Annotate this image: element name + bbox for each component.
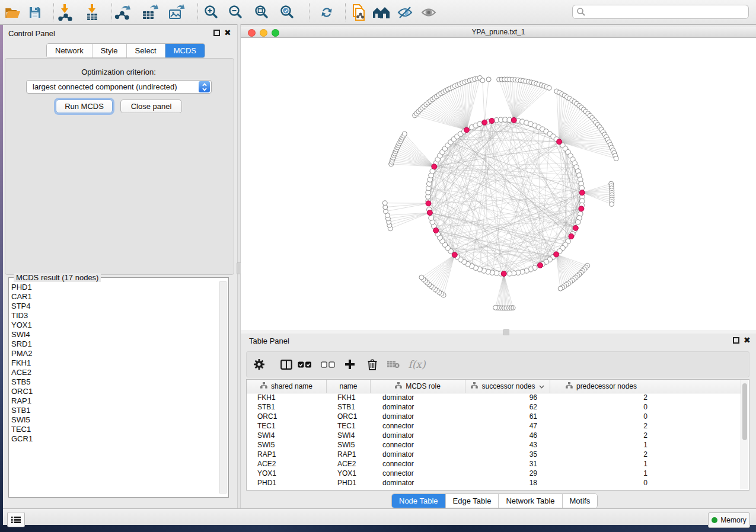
- mcds-result-item[interactable]: STB5: [11, 377, 218, 387]
- graph-node[interactable]: [614, 156, 618, 161]
- table-cell[interactable]: connector: [371, 441, 465, 449]
- control-panel-float-icon[interactable]: [213, 30, 220, 36]
- table-panel-close-icon[interactable]: ✖: [744, 337, 751, 344]
- table-cell[interactable]: connector: [371, 469, 465, 477]
- mcds-result-item[interactable]: YOX1: [11, 321, 218, 330]
- tab-mcds[interactable]: MCDS: [165, 44, 205, 57]
- horizontal-splitter[interactable]: [241, 330, 756, 334]
- table-cell[interactable]: 0: [550, 403, 652, 411]
- tab-edge-table[interactable]: Edge Table: [446, 494, 499, 508]
- search-field[interactable]: [572, 5, 749, 19]
- graph-node[interactable]: [419, 275, 424, 280]
- select-all-checks-icon[interactable]: [297, 355, 312, 373]
- tab-node-table[interactable]: Node Table: [392, 494, 446, 508]
- table-cell[interactable]: 0: [550, 412, 652, 421]
- mcds-result-list[interactable]: PHD1CAR1STP4TID3YOX1SWI4SRD1PMA2FKH1ACE2…: [11, 283, 218, 493]
- criterion-select[interactable]: largest connected component (undirected): [26, 80, 212, 94]
- table-cell[interactable]: YOX1: [327, 469, 371, 477]
- table-cell[interactable]: 2: [550, 393, 652, 402]
- column-settings-gear-icon[interactable]: [252, 355, 266, 373]
- table-cell[interactable]: 2: [550, 431, 652, 440]
- table-cell[interactable]: 35: [465, 450, 550, 459]
- mcds-result-item[interactable]: SRD1: [11, 339, 218, 349]
- graph-node[interactable]: [482, 120, 487, 125]
- table-row[interactable]: STB1STB1dominator620: [247, 402, 742, 412]
- table-cell[interactable]: 0: [550, 479, 652, 487]
- table-cell[interactable]: SWI4: [327, 431, 371, 440]
- column-header-name[interactable]: name: [327, 380, 371, 393]
- table-cell[interactable]: ACE2: [247, 460, 327, 468]
- mcds-result-item[interactable]: CAR1: [11, 292, 218, 302]
- refresh-layout-icon[interactable]: [318, 4, 336, 21]
- show-columns-icon[interactable]: [279, 355, 294, 373]
- tab-network-table[interactable]: Network Table: [499, 494, 562, 508]
- table-cell[interactable]: PHD1: [327, 479, 371, 487]
- graph-node[interactable]: [507, 271, 512, 276]
- export-image-icon[interactable]: [168, 4, 186, 21]
- memory-button[interactable]: Memory: [708, 512, 750, 528]
- table-cell[interactable]: SWI5: [327, 441, 371, 449]
- table-scrollbar-thumb[interactable]: [742, 383, 747, 440]
- graph-node[interactable]: [489, 118, 495, 123]
- table-cell[interactable]: ACE2: [327, 460, 371, 468]
- mcds-result-item[interactable]: TID3: [11, 311, 218, 321]
- hide-details-icon[interactable]: [396, 4, 414, 21]
- table-cell[interactable]: 1: [550, 469, 652, 477]
- column-header-shared-name[interactable]: shared name: [247, 380, 327, 393]
- graph-node[interactable]: [477, 121, 483, 127]
- graph-node[interactable]: [452, 252, 457, 258]
- export-table-icon[interactable]: [141, 4, 159, 21]
- table-cell[interactable]: dominator: [371, 479, 465, 487]
- table-cell[interactable]: 47: [465, 422, 550, 430]
- table-cell[interactable]: 62: [465, 403, 550, 411]
- table-cell[interactable]: STB1: [247, 403, 327, 411]
- save-session-icon[interactable]: [26, 4, 44, 21]
- table-cell[interactable]: connector: [371, 460, 465, 468]
- add-column-icon[interactable]: [342, 355, 358, 373]
- tab-select[interactable]: Select: [127, 44, 165, 57]
- column-header-MCDS-role[interactable]: MCDS role: [371, 380, 465, 393]
- graph-node[interactable]: [426, 201, 431, 206]
- graph-node[interactable]: [464, 127, 470, 133]
- table-cell[interactable]: dominator: [371, 431, 465, 440]
- houses-icon[interactable]: [372, 4, 390, 21]
- close-panel-button[interactable]: Close panel: [120, 100, 182, 113]
- graph-node[interactable]: [402, 132, 407, 136]
- table-cell[interactable]: dominator: [371, 412, 465, 421]
- table-row[interactable]: ORC1ORC1dominator610: [247, 412, 742, 421]
- open-file-icon[interactable]: [4, 4, 22, 21]
- table-row[interactable]: SWI4SWI4dominator462: [247, 431, 742, 440]
- table-row[interactable]: PHD1PHD1dominator180: [247, 478, 742, 488]
- graph-node[interactable]: [493, 305, 498, 310]
- delete-column-trash-icon[interactable]: [365, 355, 380, 373]
- mcds-result-item[interactable]: TEC1: [11, 425, 218, 434]
- control-panel-close-icon[interactable]: ✖: [224, 30, 231, 36]
- graph-node[interactable]: [575, 220, 580, 225]
- mcds-result-item[interactable]: STP4: [11, 302, 218, 311]
- mcds-result-item[interactable]: SWI5: [11, 415, 218, 425]
- table-cell[interactable]: dominator: [371, 403, 465, 411]
- table-cell[interactable]: 18: [465, 479, 550, 487]
- table-cell[interactable]: PHD1: [247, 479, 327, 487]
- column-header-predecessor-nodes[interactable]: predecessor nodes: [550, 380, 652, 393]
- task-history-button[interactable]: [7, 512, 25, 527]
- import-network-icon[interactable]: [56, 4, 74, 21]
- table-row[interactable]: RAP1RAP1dominator352: [247, 450, 742, 459]
- graph-node[interactable]: [427, 210, 432, 216]
- table-row[interactable]: YOX1YOX1connector291: [247, 469, 742, 478]
- graph-node[interactable]: [547, 85, 551, 90]
- table-row[interactable]: SWI5SWI5connector431: [247, 440, 742, 450]
- table-cell[interactable]: 29: [465, 469, 550, 477]
- graph-node[interactable]: [480, 78, 485, 83]
- table-cell[interactable]: 2: [550, 422, 652, 430]
- mcds-result-item[interactable]: ORC1: [11, 387, 218, 396]
- search-input[interactable]: [586, 7, 736, 17]
- graph-node[interactable]: [486, 77, 491, 82]
- graph-node[interactable]: [538, 262, 543, 268]
- zoom-in-icon[interactable]: [202, 4, 220, 21]
- table-cell[interactable]: ORC1: [327, 412, 371, 421]
- graph-node[interactable]: [511, 117, 516, 123]
- table-cell[interactable]: dominator: [371, 393, 465, 402]
- table-row[interactable]: FKH1FKH1dominator962: [247, 393, 742, 402]
- table-cell[interactable]: 96: [465, 393, 550, 402]
